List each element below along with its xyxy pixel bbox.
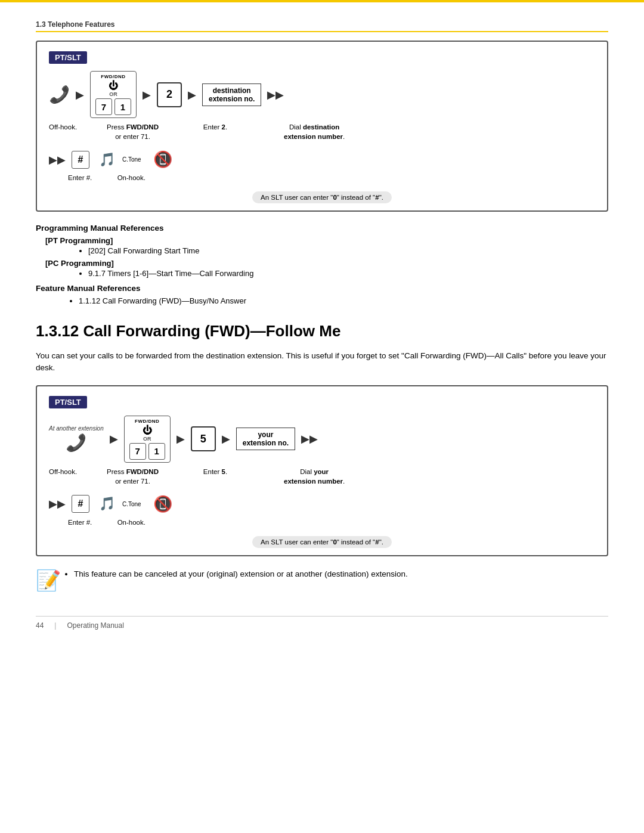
dest-line1: destination <box>209 86 255 95</box>
arrow-5: ▶ <box>177 432 185 445</box>
hash-icon-1: # <box>72 151 89 169</box>
fwd-dnd-box-2: FWD/DND ⏻ OR 7 1 <box>124 416 171 463</box>
offhook-phone-wrap: 📞 <box>49 85 70 104</box>
step4-label: Dial destinationextension number. <box>284 123 345 140</box>
section-1312-title: 1.3.12 Call Forwarding (FWD)—Follow Me <box>36 322 608 340</box>
hash-label-1: Enter #. <box>68 174 92 181</box>
page-footer: 44 | Operating Manual <box>36 616 608 630</box>
feature-ref-heading: Feature Manual References <box>36 284 608 293</box>
second-row-1: ▶▶ # 🎵 C.Tone 📵 <box>49 150 595 169</box>
ctone-icon-1: 🎵 <box>99 152 115 168</box>
pt-ref-item: [202] Call Forwarding Start Time <box>88 246 608 255</box>
pt-slt-badge-1: PT/SLT <box>49 51 87 64</box>
or-label-1: OR <box>109 91 117 97</box>
power-symbol-2: ⏻ <box>143 425 152 436</box>
key-7-1: 7 <box>95 98 112 115</box>
step2-label-2: Press FWD/DNDor enter 71. <box>107 468 159 485</box>
fwd-dnd-label-1: FWD/DND <box>101 74 125 79</box>
page-number: 44 <box>36 621 44 630</box>
dbl-arrow-2: ▶▶ <box>49 153 66 166</box>
onhook-label-2: On-hook. <box>117 519 145 526</box>
arrow-6: ▶ <box>222 432 230 445</box>
pt-prog-heading: [PT Programming] <box>45 236 608 245</box>
diagram-row-2a: At another extension 📞 ▶ FWD/DND ⏻ OR 7 … <box>49 416 595 463</box>
references-section-1: Programming Manual References [PT Progra… <box>36 224 608 305</box>
power-symbol-1: ⏻ <box>109 80 118 91</box>
number-btn-2: 2 <box>157 82 182 107</box>
footer-label: Operating Manual <box>67 621 123 630</box>
pt-slt-badge-2: PT/SLT <box>49 396 87 408</box>
hash-icon-2: # <box>72 495 89 513</box>
ctone-icon-2: 🎵 <box>99 496 115 512</box>
key-1-1: 1 <box>114 98 131 115</box>
number-btn-5: 5 <box>191 426 216 451</box>
note-text-2: This feature can be canceled at your (or… <box>74 568 408 580</box>
note-row-2: 📝 This feature can be canceled at your (… <box>36 568 608 592</box>
second-row-2: ▶▶ # 🎵 C.Tone 📵 <box>49 495 595 513</box>
or-label-2: OR <box>143 436 151 442</box>
arrow-4: ▶ <box>110 432 118 445</box>
slt-note-1: An SLT user can enter "0" instead of "#"… <box>252 191 392 203</box>
dest-line2: extension no. <box>209 95 255 103</box>
hash-label-2: Enter #. <box>68 519 92 526</box>
key-row-2: 7 1 <box>129 443 165 460</box>
section-header: 1.3 Telephone Features <box>36 20 608 32</box>
offhook-phone-icon: 📞 <box>49 85 70 104</box>
prog-manual-ref-heading: Programming Manual References <box>36 224 608 233</box>
onhook-phone-2: 📵 <box>153 495 172 513</box>
onhook-phone-1: 📵 <box>153 150 172 169</box>
footer-divider: | <box>54 621 56 630</box>
step3-label: Enter 2. <box>203 123 227 131</box>
step4-label-2: Dial yourextension number. <box>284 468 345 485</box>
slt-note-2: An SLT user can enter "0" instead of "#"… <box>252 536 392 548</box>
step2-label: Press FWD/DNDor enter 71. <box>107 123 159 140</box>
your-line2: extension no. <box>243 439 289 447</box>
feature-ref-item: 1.1.12 Call Forwarding (FWD)—Busy/No Ans… <box>79 296 608 305</box>
key-7-2: 7 <box>129 443 146 460</box>
at-ext-label: At another extension <box>49 425 104 432</box>
pc-ref-item: 9.1.7 Timers [1-6]—Start Time—Call Forwa… <box>88 269 608 278</box>
intro-text-2: You can set your calls to be forwarded f… <box>36 350 608 374</box>
diagram-box-1: PT/SLT 📞 ▶ FWD/DND ⏻ OR 7 1 ▶ 2 ▶ <box>36 41 608 212</box>
dbl-arrow-3: ▶▶ <box>301 432 318 445</box>
dbl-arrow-1: ▶▶ <box>267 88 284 101</box>
step1-label-2: Off-hook. <box>49 468 77 475</box>
dest-ext-box-1: destination extension no. <box>202 83 261 106</box>
note-icon-wrap: 📝 <box>36 568 61 592</box>
ctone-text-1: C.Tone <box>122 156 141 163</box>
dbl-arrow-4: ▶▶ <box>49 497 66 510</box>
diagram-row-1: 📞 ▶ FWD/DND ⏻ OR 7 1 ▶ 2 ▶ destination e… <box>49 71 595 118</box>
arrow-1: ▶ <box>76 88 84 101</box>
arrow-3: ▶ <box>188 88 196 101</box>
pc-prog-heading: [PC Programming] <box>45 259 608 268</box>
your-line1: your <box>243 431 289 439</box>
diagram-box-2: PT/SLT At another extension 📞 ▶ FWD/DND … <box>36 385 608 556</box>
key-1-2: 1 <box>148 443 165 460</box>
step3-label-2: Enter 5. <box>203 468 227 475</box>
your-ext-box-2: your extension no. <box>236 428 295 450</box>
ctone-text-2: C.Tone <box>122 501 141 507</box>
fwd-dnd-box-1: FWD/DND ⏻ OR 7 1 <box>90 71 137 118</box>
fwd-dnd-label-2: FWD/DND <box>135 419 159 424</box>
step1-label: Off-hook. <box>49 123 77 131</box>
arrow-2: ▶ <box>143 88 151 101</box>
onhook-label-1: On-hook. <box>117 174 145 181</box>
key-row-1: 7 1 <box>95 98 131 115</box>
offhook-phone-2: 📞 <box>66 433 86 453</box>
